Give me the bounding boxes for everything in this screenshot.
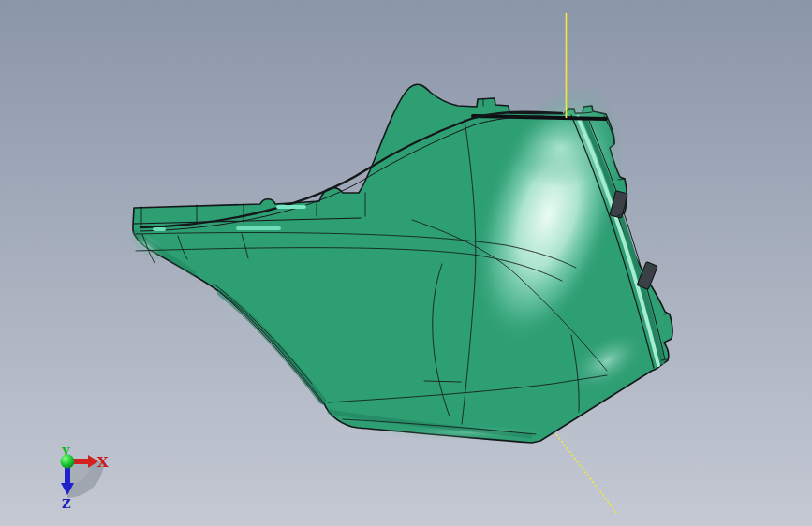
- origin-sphere: [61, 455, 75, 469]
- cad-viewport[interactable]: X Z Y: [0, 0, 812, 526]
- z-axis-label: Z: [62, 497, 71, 511]
- x-axis-label: X: [97, 454, 109, 471]
- viewport-canvas[interactable]: X Z Y: [0, 0, 812, 526]
